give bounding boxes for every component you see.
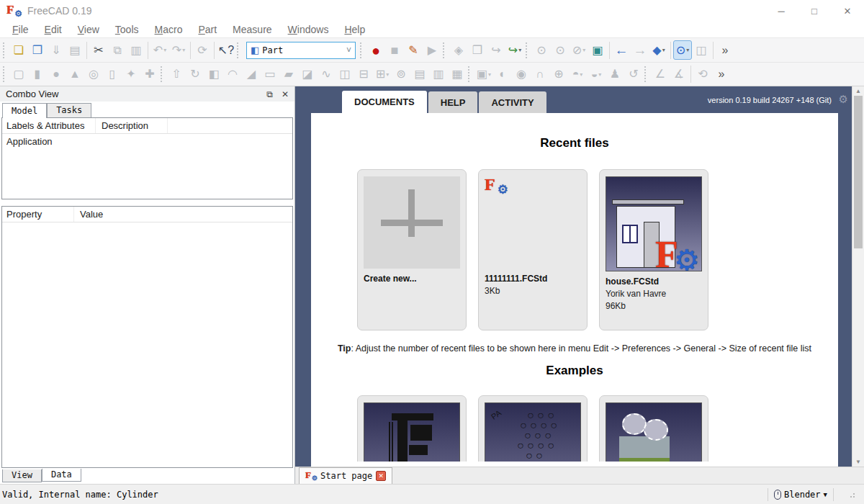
print-button[interactable]: ▤ [66, 40, 84, 60]
tab-activity[interactable]: ACTIVITY [479, 91, 546, 113]
menu-part[interactable]: Part [190, 24, 225, 35]
make-face-button[interactable]: ▭ [261, 65, 279, 84]
close-tab-icon[interactable]: ✕ [376, 471, 386, 481]
compound-button[interactable]: ▣▾ [474, 65, 493, 84]
split-button[interactable]: ◒▾ [587, 65, 606, 84]
float-panel-icon[interactable]: ⧉ [266, 89, 273, 99]
start-page-tab[interactable]: F⚙ Start page ✕ [299, 467, 392, 484]
tab-documents[interactable]: DOCUMENTS [342, 91, 427, 113]
redo-button[interactable]: ↷▾ [169, 40, 188, 60]
cylinder-primitive-button[interactable]: ▮ [28, 65, 47, 84]
shape-from-mesh-button[interactable]: ▥ [429, 65, 448, 84]
close-panel-icon[interactable]: ✕ [282, 89, 289, 99]
menu-tools[interactable]: Tools [107, 24, 147, 35]
cross-sections-button[interactable]: ⊟ [354, 65, 373, 84]
mirror-button[interactable]: ◧ [204, 65, 223, 84]
nav-forward-button[interactable]: → [631, 40, 649, 60]
make-link-button[interactable]: ↪ [487, 40, 505, 60]
boolean-common-button[interactable]: ∩ [531, 65, 549, 84]
tab-model[interactable]: Model [2, 103, 47, 118]
maximize-button[interactable]: □ [798, 0, 831, 22]
toolbar-grip[interactable] [360, 42, 365, 58]
toolbar-grip[interactable] [644, 66, 649, 82]
menu-help[interactable]: Help [336, 24, 373, 35]
tree-header-labels[interactable]: Labels & Attributes [2, 118, 96, 133]
toolbar-overflow-button-2[interactable]: » [712, 65, 731, 84]
toolbar-overflow-button[interactable]: » [716, 40, 734, 60]
fillet-button[interactable]: ◠ [223, 65, 242, 84]
chamfer-button[interactable]: ◢ [242, 65, 261, 84]
extrude-button[interactable]: ⇧ [167, 65, 186, 84]
value-column-header[interactable]: Value [74, 207, 146, 222]
menu-windows[interactable]: Windows [280, 24, 337, 35]
check-geometry-button[interactable]: ♟ [606, 65, 624, 84]
toolbar-grip[interactable] [3, 42, 8, 58]
sweep-button[interactable]: ∿ [317, 65, 336, 84]
scrollbar-thumb[interactable] [854, 96, 863, 248]
refine-shape-button[interactable]: ↺ [624, 65, 643, 84]
tab-view[interactable]: View [2, 469, 42, 482]
tab-help[interactable]: HELP [428, 91, 478, 113]
boolean-xor-button[interactable]: ⊕ [549, 65, 568, 84]
recent-file-card-2[interactable]: F⚙ house.FCStd Yorik van Havre 96Kb [599, 169, 708, 330]
tree-item-application[interactable]: Application [2, 134, 292, 147]
sphere-primitive-button[interactable]: ● [47, 65, 66, 84]
loft-button[interactable]: ◪ [298, 65, 317, 84]
tree-header-description[interactable]: Description [96, 118, 168, 133]
torus-primitive-button[interactable]: ◎ [84, 65, 103, 84]
tube-primitive-button[interactable]: ▯ [103, 65, 122, 84]
resize-grip[interactable] [850, 491, 857, 498]
macro-stop-button[interactable]: ■ [385, 40, 404, 60]
close-button[interactable]: ✕ [831, 0, 864, 22]
zoom-fit-button[interactable]: ⊙▾ [673, 40, 692, 60]
cone-primitive-button[interactable]: ▲ [66, 65, 84, 84]
ruled-surface-button[interactable]: ▰ [279, 65, 298, 84]
measure-linear-button[interactable]: ∠ [651, 65, 670, 84]
axonometric-view-button[interactable]: ◆▾ [649, 40, 668, 60]
paste-button[interactable]: ▥ [127, 40, 145, 60]
thickness-button[interactable]: ⊚ [392, 65, 410, 84]
minimize-button[interactable]: ─ [765, 0, 798, 22]
toolbar-grip[interactable] [443, 42, 448, 58]
part-fragment-button[interactable]: ◈ [449, 40, 468, 60]
menu-edit[interactable]: Edit [37, 24, 70, 35]
box-primitive-button[interactable]: ▢ [9, 65, 28, 84]
clipping-plane-button[interactable]: ⊘▾ [570, 40, 588, 60]
cut-button[interactable]: ✂ [89, 40, 108, 60]
menu-macro[interactable]: Macro [147, 24, 191, 35]
example-card-2[interactable]: PA ○ ○ ○ ○ ○ ○ ○ ○ ○ ○ ○ ○ ○ ○ ○ ○ F⚙ [478, 395, 588, 462]
whats-this-button[interactable]: ↖? [217, 40, 235, 60]
refresh-button[interactable]: ⟳ [193, 40, 212, 60]
toolbar-grip[interactable] [161, 66, 166, 82]
copy-button[interactable]: ⧉ [108, 40, 127, 60]
measure-clear-button[interactable]: ⟲ [693, 65, 712, 84]
example-card-1[interactable]: F⚙ [357, 395, 467, 462]
open-document-button[interactable]: ❒ [28, 40, 47, 60]
example-card-3[interactable]: F⚙ [599, 395, 708, 462]
new-document-button[interactable]: ❏ [9, 40, 28, 60]
projection-button[interactable]: ▤ [410, 65, 429, 84]
macro-record-button[interactable]: ● [366, 40, 385, 60]
measure-angular-button[interactable]: ∡ [670, 65, 688, 84]
macro-play-button[interactable]: ▶ [423, 40, 441, 60]
zoom-box-button[interactable]: ⊙ [532, 40, 551, 60]
boolean-cut-button[interactable]: ◐ [493, 65, 512, 84]
create-new-card[interactable]: Create new... [357, 169, 467, 330]
box-selection-button[interactable]: ▣ [588, 40, 607, 60]
join-connect-button[interactable]: ◓▾ [568, 65, 587, 84]
macro-edit-button[interactable]: ✎ [404, 40, 423, 60]
undo-button[interactable]: ↶▾ [150, 40, 169, 60]
nav-back-button[interactable]: ← [612, 40, 631, 60]
recent-file-card-1[interactable]: F⚙ 11111111.FCStd 3Kb [478, 169, 588, 330]
revolve-button[interactable]: ↻ [186, 65, 204, 84]
toolbar-grip[interactable] [3, 66, 8, 82]
tab-data[interactable]: Data [42, 469, 81, 482]
make-link-group-button[interactable]: ↪▾ [505, 40, 524, 60]
section-button[interactable]: ◫ [336, 65, 354, 84]
workbench-selector[interactable]: ◧Part˅ [246, 42, 356, 59]
menu-file[interactable]: File [4, 24, 37, 35]
nav-style-selector[interactable]: Blender ▼ [774, 490, 827, 500]
tab-tasks[interactable]: Tasks [47, 103, 91, 117]
scroll-down-arrow[interactable]: ▼ [852, 459, 864, 465]
property-column-header[interactable]: Property [2, 207, 74, 222]
